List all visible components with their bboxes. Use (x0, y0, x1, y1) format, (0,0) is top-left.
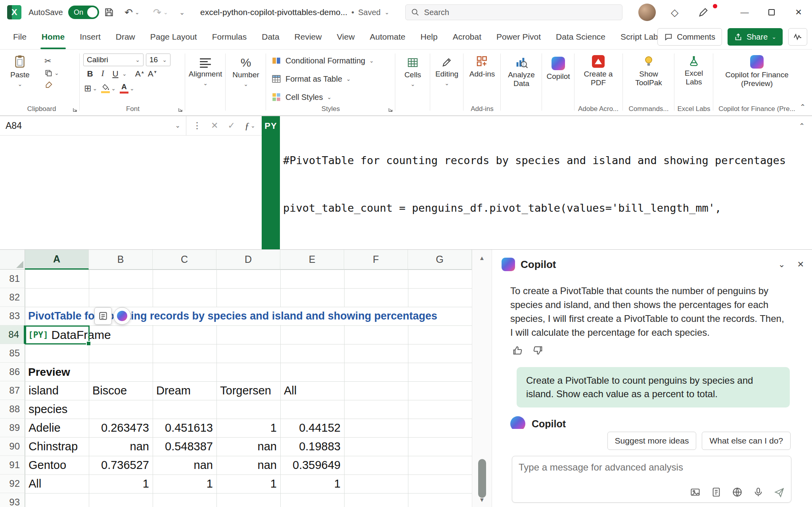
styles-dialog-launcher[interactable] (388, 107, 393, 113)
grid-cell[interactable]: All (25, 474, 89, 493)
grid-cell[interactable]: Adelie (25, 419, 89, 437)
tab-data[interactable]: Data (254, 25, 287, 49)
grid-cell[interactable]: island (25, 381, 89, 400)
tab-help[interactable]: Help (413, 25, 445, 49)
grid-cell[interactable]: Torgersen (216, 381, 280, 400)
data-card-button[interactable] (94, 307, 112, 325)
row-header[interactable]: 87 (0, 381, 25, 400)
tab-review[interactable]: Review (287, 25, 329, 49)
tab-insert[interactable]: Insert (72, 25, 108, 49)
row-header[interactable]: 88 (0, 400, 25, 419)
undo-button[interactable]: ↶⌄ (124, 0, 140, 25)
grow-font-button[interactable]: A▲ (134, 69, 146, 78)
tab-draw[interactable]: Draw (108, 25, 143, 49)
minimize-button[interactable]: — (731, 0, 758, 25)
copilot-input-box[interactable] (512, 456, 791, 503)
scroll-up-button[interactable]: ▲ (472, 254, 492, 261)
maximize-button[interactable] (758, 0, 785, 25)
grid-cell[interactable]: nan (216, 456, 280, 474)
editing-button[interactable]: Editing ⌄ (433, 57, 461, 86)
grid-cell[interactable]: All (280, 381, 344, 400)
tab-acrobat[interactable]: Acrobat (445, 25, 489, 49)
cell-a83-title[interactable]: PivotTable for counting records by speci… (27, 307, 443, 325)
redo-button[interactable]: ↷⌄ (153, 0, 168, 25)
scrollbar-thumb[interactable] (478, 459, 486, 498)
comments-button[interactable]: Comments (657, 28, 722, 46)
grid-cell[interactable]: 0.263473 (89, 419, 153, 437)
insert-function-button[interactable]: ƒ⌄ (245, 121, 255, 131)
feedback-pen-button[interactable] (698, 0, 709, 25)
add-image-button[interactable] (690, 487, 701, 497)
confirm-entry-button[interactable]: ✓ (228, 121, 235, 131)
close-pane-button[interactable]: ✕ (797, 260, 804, 269)
column-header-g[interactable]: G (408, 250, 472, 270)
format-painter-button[interactable] (44, 79, 59, 91)
column-header-d[interactable]: D (216, 250, 280, 270)
underline-button[interactable]: U (109, 69, 121, 78)
fill-color-button[interactable]: ⌄ (101, 84, 116, 93)
conditional-formatting-button[interactable]: Conditional Formatting ⌄ (271, 54, 374, 68)
thumbs-up-button[interactable] (512, 345, 523, 356)
row-header[interactable]: 93 (0, 493, 25, 507)
what-else-button[interactable]: What else can I do? (702, 432, 791, 450)
prompt-guide-button[interactable] (711, 487, 722, 497)
web-button[interactable] (732, 487, 743, 497)
font-dialog-launcher[interactable] (178, 107, 183, 113)
font-name-select[interactable]: Calibri⌄ (83, 54, 144, 66)
grid-cell[interactable]: 0.359649 (280, 456, 344, 474)
row-header[interactable]: 81 (0, 270, 25, 288)
grid-cell[interactable]: 0.548387 (153, 437, 216, 456)
shrink-font-button[interactable]: A▼ (147, 69, 159, 78)
search-input[interactable] (424, 8, 617, 17)
gem-icon[interactable]: ◇ (671, 0, 678, 25)
italic-button[interactable]: I (97, 69, 109, 78)
row-header-selected[interactable]: 84 (0, 325, 25, 344)
tab-home[interactable]: Home (34, 25, 72, 49)
column-header-c[interactable]: C (153, 250, 216, 270)
collapse-ribbon-button[interactable]: ⌃ (800, 103, 806, 111)
cut-button[interactable]: ✂ (44, 55, 59, 67)
tab-data-science[interactable]: Data Science (548, 25, 613, 49)
borders-button[interactable]: ⊞⌄ (84, 83, 97, 94)
row-header[interactable]: 91 (0, 456, 25, 474)
autosave-toggle[interactable]: On (68, 6, 99, 19)
tab-page-layout[interactable]: Page Layout (143, 25, 205, 49)
document-title-cluster[interactable]: excel-python-copilot-pivottables-demo...… (200, 0, 389, 25)
alignment-button[interactable]: Alignment ⌄ (190, 58, 221, 86)
send-button[interactable] (774, 487, 785, 497)
grid-cell[interactable]: 1 (280, 474, 344, 493)
excel-logo-icon[interactable]: X (7, 5, 21, 19)
grid-cell[interactable]: Gentoo (25, 456, 89, 474)
avatar[interactable] (638, 4, 656, 21)
column-header-b[interactable]: B (89, 250, 153, 270)
cell-a84-content[interactable]: PY DataFrame (27, 326, 114, 344)
grid-cell[interactable]: 0.44152 (280, 419, 344, 437)
cancel-entry-button[interactable]: ✕ (211, 121, 218, 131)
name-box[interactable]: A84 ⌄ (0, 116, 186, 135)
grid-cell[interactable]: nan (153, 456, 216, 474)
analyze-data-button[interactable]: Analyze Data (504, 56, 539, 88)
grid-cell[interactable]: 1 (153, 474, 216, 493)
bold-button[interactable]: B (84, 69, 96, 78)
create-pdf-button[interactable]: Create a PDF (580, 55, 616, 87)
activity-button[interactable] (788, 28, 807, 46)
grid-cell[interactable]: 0.736527 (89, 456, 153, 474)
copilot-ribbon-button[interactable]: Copilot (544, 57, 573, 81)
grid-cell[interactable]: 0.19883 (280, 437, 344, 456)
select-all-corner[interactable] (0, 250, 25, 270)
copilot-cell-button[interactable] (113, 307, 131, 325)
grid-cell[interactable]: Biscoe (89, 381, 153, 400)
clipboard-dialog-launcher[interactable] (72, 107, 78, 113)
cells-button[interactable]: Cells ⌄ (400, 57, 426, 87)
grid-cell[interactable]: Dream (153, 381, 216, 400)
search-box[interactable] (405, 4, 622, 20)
number-button[interactable]: % Number ⌄ (231, 57, 261, 87)
format-as-table-button[interactable]: Format as Table ⌄ (271, 72, 351, 86)
row-header[interactable]: 85 (0, 344, 25, 363)
grid-cell[interactable]: 0.451613 (153, 419, 216, 437)
tab-view[interactable]: View (329, 25, 362, 49)
row-header[interactable]: 92 (0, 474, 25, 493)
scroll-down-button[interactable]: ▼ (472, 496, 492, 503)
row-header[interactable]: 83 (0, 307, 25, 325)
grid-cells[interactable]: PivotTable for counting records by speci… (25, 270, 472, 507)
